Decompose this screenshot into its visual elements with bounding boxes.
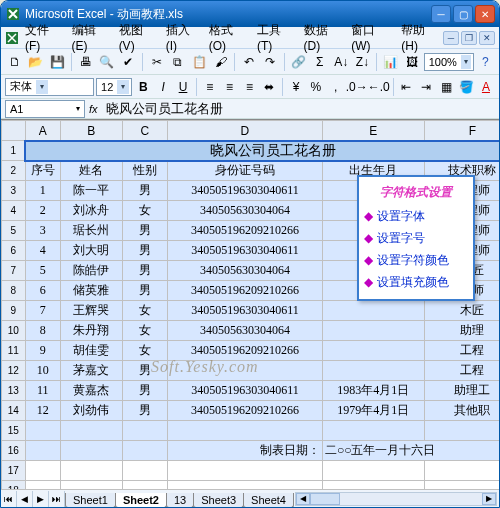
cell[interactable]: 木匠 xyxy=(424,301,499,321)
cell[interactable]: 男 xyxy=(122,381,167,401)
row-header[interactable]: 15 xyxy=(2,421,26,441)
row-header[interactable]: 10 xyxy=(2,321,26,341)
doc-close-button[interactable]: ✕ xyxy=(479,31,495,45)
popup-item-color[interactable]: 设置字符颜色 xyxy=(364,249,468,271)
row-header[interactable]: 2 xyxy=(2,161,26,181)
row-header[interactable]: 9 xyxy=(2,301,26,321)
popup-item-size[interactable]: 设置字号 xyxy=(364,227,468,249)
help-icon[interactable]: ? xyxy=(476,52,495,72)
name-box[interactable]: A1▾ xyxy=(5,100,85,118)
row-header[interactable]: 11 xyxy=(2,341,26,361)
cell[interactable]: 340505196303040611 xyxy=(167,381,322,401)
font-color-icon[interactable]: A xyxy=(477,77,495,97)
col-header[interactable]: C xyxy=(122,121,167,141)
merge-icon[interactable]: ⬌ xyxy=(260,77,278,97)
cell[interactable] xyxy=(323,341,425,361)
cell[interactable]: 工程 xyxy=(424,341,499,361)
cell[interactable]: 女 xyxy=(122,301,167,321)
underline-icon[interactable]: U xyxy=(174,77,192,97)
dec-decimal-icon[interactable]: ←.0 xyxy=(369,77,389,97)
tab-nav-next[interactable]: ▶ xyxy=(33,491,49,507)
tab-nav-last[interactable]: ⏭ xyxy=(49,491,65,507)
inc-decimal-icon[interactable]: .0→ xyxy=(347,77,367,97)
chevron-down-icon[interactable]: ▾ xyxy=(117,80,129,94)
row-header[interactable]: 12 xyxy=(2,361,26,381)
menu-format[interactable]: 格式(O) xyxy=(203,20,251,55)
cell[interactable]: 340505630304064 xyxy=(167,261,322,281)
cell[interactable]: 340505196209210266 xyxy=(167,341,322,361)
cell[interactable]: 刘冰舟 xyxy=(60,201,122,221)
column-heading[interactable]: 序号 xyxy=(25,161,60,181)
popup-item-fill[interactable]: 设置填充颜色 xyxy=(364,271,468,293)
sheet-tab[interactable]: Sheet2 xyxy=(115,493,167,508)
fx-icon[interactable]: fx xyxy=(89,103,98,115)
cell[interactable]: 陈一平 xyxy=(60,181,122,201)
sheet-tab[interactable]: Sheet1 xyxy=(65,493,116,508)
column-heading[interactable]: 姓名 xyxy=(60,161,122,181)
chevron-down-icon[interactable]: ▾ xyxy=(36,80,48,94)
menu-window[interactable]: 窗口(W) xyxy=(345,20,395,55)
cell[interactable]: 刘劲伟 xyxy=(60,401,122,421)
cell[interactable]: 黄嘉杰 xyxy=(60,381,122,401)
worksheet-grid[interactable]: A B C D E F 1晓风公司员工花名册 2序号姓名性别身份证号码出生年月技… xyxy=(1,119,499,489)
row-header[interactable]: 4 xyxy=(2,201,26,221)
cell[interactable]: 女 xyxy=(122,341,167,361)
sheet-tab[interactable]: 13 xyxy=(166,493,194,508)
scroll-thumb[interactable] xyxy=(310,493,340,505)
cell[interactable]: 男 xyxy=(122,401,167,421)
cell[interactable]: 1 xyxy=(25,181,60,201)
cell[interactable]: 340505196209210266 xyxy=(167,221,322,241)
cell[interactable]: 男 xyxy=(122,221,167,241)
currency-icon[interactable]: ¥ xyxy=(287,77,305,97)
cell[interactable]: 5 xyxy=(25,261,60,281)
menu-tool[interactable]: 工具(T) xyxy=(251,20,298,55)
tab-nav-prev[interactable]: ◀ xyxy=(17,491,33,507)
row-header[interactable]: 8 xyxy=(2,281,26,301)
row-header[interactable]: 1 xyxy=(2,141,26,161)
cell[interactable]: 340505630304064 xyxy=(167,321,322,341)
percent-icon[interactable]: % xyxy=(307,77,325,97)
align-right-icon[interactable]: ≡ xyxy=(241,77,259,97)
cell[interactable]: 琚长州 xyxy=(60,221,122,241)
row-header[interactable]: 13 xyxy=(2,381,26,401)
cell[interactable]: 茅嘉文 xyxy=(60,361,122,381)
cell[interactable]: 王辉哭 xyxy=(60,301,122,321)
cell[interactable]: 340505196303040611 xyxy=(167,181,322,201)
cell[interactable]: 助理 xyxy=(424,321,499,341)
cell[interactable]: 7 xyxy=(25,301,60,321)
cell[interactable]: 朱丹翔 xyxy=(60,321,122,341)
doc-minimize-button[interactable]: ─ xyxy=(443,31,459,45)
fill-color-icon[interactable]: 🪣 xyxy=(457,77,475,97)
italic-icon[interactable]: I xyxy=(154,77,172,97)
cell[interactable]: 340505196209210266 xyxy=(167,281,322,301)
cell[interactable]: 刘大明 xyxy=(60,241,122,261)
cell[interactable]: 女 xyxy=(122,321,167,341)
menu-help[interactable]: 帮助(H) xyxy=(395,20,443,55)
align-center-icon[interactable]: ≡ xyxy=(221,77,239,97)
cell[interactable]: 陈皓伊 xyxy=(60,261,122,281)
tab-nav-first[interactable]: ⏮ xyxy=(1,491,17,507)
chevron-down-icon[interactable]: ▾ xyxy=(461,55,471,69)
row-header[interactable]: 14 xyxy=(2,401,26,421)
row-header[interactable]: 3 xyxy=(2,181,26,201)
cell[interactable]: 340505196303040611 xyxy=(167,301,322,321)
row-header[interactable]: 5 xyxy=(2,221,26,241)
cell[interactable]: 340505196209210266 xyxy=(167,401,322,421)
scroll-left-icon[interactable]: ◀ xyxy=(296,493,310,505)
popup-item-font[interactable]: 设置字体 xyxy=(364,205,468,227)
column-heading[interactable]: 身份证号码 xyxy=(167,161,322,181)
row-header[interactable]: 6 xyxy=(2,241,26,261)
indent-dec-icon[interactable]: ⇤ xyxy=(398,77,416,97)
cell[interactable]: 340505630304064 xyxy=(167,201,322,221)
formula-input[interactable]: 晓风公司员工花名册 xyxy=(102,100,499,118)
sheet-tab[interactable]: Sheet3 xyxy=(193,493,244,508)
borders-icon[interactable]: ▦ xyxy=(437,77,455,97)
cell[interactable]: 男 xyxy=(122,281,167,301)
row-header[interactable]: 17 xyxy=(2,461,26,481)
menu-file[interactable]: 文件(F) xyxy=(19,20,66,55)
col-header[interactable]: F xyxy=(424,121,499,141)
cell[interactable]: 10 xyxy=(25,361,60,381)
col-header[interactable]: E xyxy=(323,121,425,141)
cell[interactable] xyxy=(323,321,425,341)
col-header[interactable]: B xyxy=(60,121,122,141)
